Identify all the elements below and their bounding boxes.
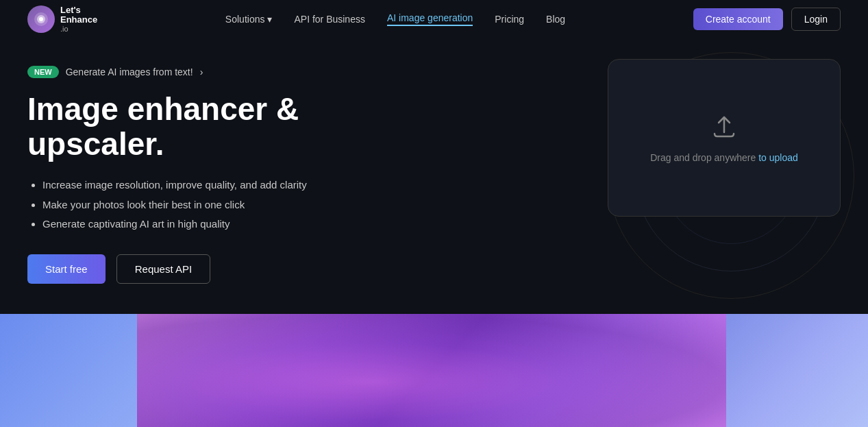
badge-row: NEW Generate AI images from text! › xyxy=(27,66,397,78)
upload-dropzone[interactable]: Drag and drop anywhere to upload xyxy=(608,59,841,217)
bottom-right-strip xyxy=(726,314,868,427)
bottom-center-image xyxy=(137,314,726,427)
svg-point-2 xyxy=(39,17,43,21)
start-free-button[interactable]: Start free xyxy=(27,254,106,284)
logo-enhance: Enhance xyxy=(60,15,97,25)
hero-section: NEW Generate AI images from text! › Imag… xyxy=(0,38,868,314)
new-badge: NEW xyxy=(27,66,59,78)
chevron-down-icon: ▾ xyxy=(267,14,272,25)
hero-upload-area: Drag and drop anywhere to upload xyxy=(608,66,841,217)
logo-io: .io xyxy=(60,25,97,33)
list-item: Generate captivating AI art in high qual… xyxy=(42,217,397,232)
logo-icon xyxy=(27,5,55,33)
nav-actions: Create account Login xyxy=(693,8,841,31)
hero-content: NEW Generate AI images from text! › Imag… xyxy=(27,66,397,284)
create-account-button[interactable]: Create account xyxy=(693,8,783,30)
request-api-button[interactable]: Request API xyxy=(116,254,210,284)
nav-ai-image[interactable]: AI image generation xyxy=(387,12,473,26)
hero-title: Image enhancer & upscaler. xyxy=(27,92,397,161)
nav-api-business[interactable]: API for Business xyxy=(294,14,365,25)
list-item: Increase image resolution, improve quali… xyxy=(42,178,397,193)
bottom-left-strip xyxy=(0,314,137,427)
badge-arrow-icon: › xyxy=(200,66,203,77)
badge-text: Generate AI images from text! xyxy=(66,66,193,77)
hero-buttons: Start free Request API xyxy=(27,254,397,284)
logo-text: Let's Enhance .io xyxy=(60,5,97,34)
nav-links: Solutions ▾ API for Business AI image ge… xyxy=(225,12,565,26)
upload-link[interactable]: to upload xyxy=(758,152,798,163)
logo-lets: Let's xyxy=(60,5,97,15)
nav-pricing[interactable]: Pricing xyxy=(495,14,524,25)
login-button[interactable]: Login xyxy=(791,8,841,31)
upload-icon xyxy=(710,113,738,144)
navbar: Let's Enhance .io Solutions ▾ API for Bu… xyxy=(0,0,868,38)
list-item: Make your photos look their best in one … xyxy=(42,197,397,213)
nav-blog[interactable]: Blog xyxy=(546,14,565,25)
bottom-image-section xyxy=(0,314,868,427)
upload-text: Drag and drop anywhere to upload xyxy=(650,152,798,163)
nav-solutions[interactable]: Solutions ▾ xyxy=(225,14,273,25)
hero-bullets: Increase image resolution, improve quali… xyxy=(27,178,397,232)
logo[interactable]: Let's Enhance .io xyxy=(27,5,97,34)
